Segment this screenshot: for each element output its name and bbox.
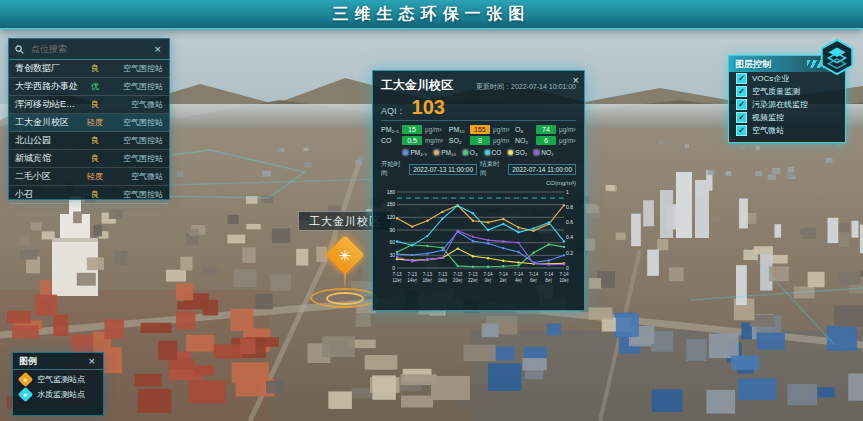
svg-text:18时: 18时 xyxy=(438,278,448,283)
svg-text:120: 120 xyxy=(387,214,396,220)
chart-legend-item[interactable]: NO₂ xyxy=(534,149,553,156)
station-row[interactable]: 小召良空气国控站 xyxy=(9,186,169,204)
layer-item-list: ✓VOCs企业✓空气质量监测✓污染源在线监控✓视频监控✓空气微站 xyxy=(729,72,845,137)
station-row[interactable]: 新城宾馆良空气国控站 xyxy=(9,150,169,168)
checkbox-icon[interactable]: ✓ xyxy=(736,86,747,97)
station-row[interactable]: 二毛小区轻度空气微站 xyxy=(9,168,169,186)
station-name: 北山公园 xyxy=(15,134,79,147)
chart-legend-label: NO₂ xyxy=(541,149,553,156)
station-search-input[interactable] xyxy=(29,43,148,55)
pollutant-item: SO₂8μg/m³ xyxy=(449,136,511,145)
svg-text:7-13: 7-13 xyxy=(453,272,463,277)
chart-legend-item[interactable]: O₃ xyxy=(463,149,478,156)
station-type: 空气国控站 xyxy=(111,189,163,200)
station-type: 空气微站 xyxy=(111,171,163,182)
legend-title: 图例 xyxy=(19,355,37,368)
search-icon xyxy=(15,45,24,54)
station-aqi-level: 优 xyxy=(83,81,107,92)
station-list-panel: × 青创数据厂良空气国控站大学西路办事处优空气国控站浑河移动站EY011良空气微… xyxy=(8,38,170,200)
svg-text:0.2: 0.2 xyxy=(566,250,573,256)
layer-item[interactable]: ✓空气微站 xyxy=(729,124,845,137)
pollutant-item: CO0.5mg/m³ xyxy=(381,136,445,145)
svg-text:7-13: 7-13 xyxy=(408,272,418,277)
layer-item[interactable]: ✓空气质量监测 xyxy=(729,85,845,98)
station-name: 青创数据厂 xyxy=(15,62,79,75)
station-detail-popup: × 工大金川校区 更新时间：2022-07-14 10:01:00 AQI： 1… xyxy=(372,70,585,311)
legend-color-dot xyxy=(434,150,439,155)
map-legend-panel: 图例 × ●空气监测站点●水质监测站点 xyxy=(12,352,104,416)
popup-close-icon[interactable]: × xyxy=(573,74,579,86)
svg-text:7-13: 7-13 xyxy=(423,272,433,277)
chart-legend-item[interactable]: PM₁₀ xyxy=(434,149,456,156)
layer-item[interactable]: ✓视频监控 xyxy=(729,111,845,124)
checkbox-icon[interactable]: ✓ xyxy=(736,112,747,123)
layer-item[interactable]: ✓污染源在线监控 xyxy=(729,98,845,111)
svg-text:6时: 6时 xyxy=(530,278,538,283)
diamond-inner-glyph: ● xyxy=(23,376,27,383)
svg-text:60: 60 xyxy=(389,239,395,245)
layers-hexagon-icon[interactable] xyxy=(818,38,856,76)
start-time-input[interactable]: 2022-07-13 11:00:00 xyxy=(409,164,477,175)
svg-text:10时: 10时 xyxy=(559,278,569,283)
end-time-input[interactable]: 2022-07-14 11:00:00 xyxy=(508,164,576,175)
station-type: 空气微站 xyxy=(111,99,163,110)
checkbox-icon[interactable]: ✓ xyxy=(736,125,747,136)
popup-title: 工大金川校区 xyxy=(381,77,453,94)
pollutant-unit: μg/m³ xyxy=(559,126,575,132)
station-name: 大学西路办事处 xyxy=(15,80,79,93)
legend-item-label: 水质监测站点 xyxy=(37,389,85,400)
pollutant-name: PM₁₀ xyxy=(449,126,467,133)
station-aqi-level: 良 xyxy=(83,153,107,164)
svg-text:7-13: 7-13 xyxy=(468,272,478,277)
pollutant-value: 155 xyxy=(470,125,490,134)
pollutant-item: PM₂.₅15μg/m³ xyxy=(381,125,445,134)
pollutant-unit: μg/m³ xyxy=(425,126,441,132)
pollutant-value: 74 xyxy=(536,125,556,134)
chart-legend-label: PM₂.₅ xyxy=(410,149,427,156)
legend-close-icon[interactable]: × xyxy=(87,356,97,367)
time-range-row: 开始时间 2022-07-13 11:00:00 结束时间 2022-07-14… xyxy=(381,160,576,178)
legend-item: ●空气监测站点 xyxy=(13,370,103,385)
chart-legend-item[interactable]: CO xyxy=(485,149,502,156)
pollutant-value: 6 xyxy=(536,136,556,145)
svg-text:0: 0 xyxy=(392,265,395,271)
station-row[interactable]: 工大金川校区轻度空气国控站 xyxy=(9,114,169,132)
svg-text:7-13: 7-13 xyxy=(438,272,448,277)
checkbox-icon[interactable]: ✓ xyxy=(736,99,747,110)
legend-item-label: 空气监测站点 xyxy=(37,374,85,385)
chart-legend-label: PM₁₀ xyxy=(441,149,456,156)
layer-panel-title: 图层控制 xyxy=(735,58,771,71)
marker-glow-ring-inner xyxy=(326,292,364,305)
station-type: 空气国控站 xyxy=(111,135,163,146)
station-type: 空气国控站 xyxy=(111,117,163,128)
station-row[interactable]: 青创数据厂良空气国控站 xyxy=(9,60,169,78)
svg-text:1: 1 xyxy=(566,189,569,195)
svg-text:7-14: 7-14 xyxy=(483,272,493,277)
chart-legend-item[interactable]: SO₂ xyxy=(508,149,527,156)
station-aqi-level: 轻度 xyxy=(83,117,107,128)
aqi-label: AQI： xyxy=(381,105,406,118)
close-icon[interactable]: × xyxy=(153,44,163,55)
chart-legend-item[interactable]: PM₂.₅ xyxy=(403,149,427,156)
station-name: 浑河移动站EY011 xyxy=(15,98,79,111)
svg-text:14时: 14时 xyxy=(407,278,417,283)
pollutant-name: PM₂.₅ xyxy=(381,126,399,133)
svg-text:4时: 4时 xyxy=(515,278,523,283)
page-title: 三维生态环保一张图 xyxy=(333,4,531,25)
svg-text:8时: 8时 xyxy=(545,278,553,283)
aqi-value: 103 xyxy=(412,97,445,117)
station-row[interactable]: 北山公园良空气国控站 xyxy=(9,132,169,150)
diamond-marker-icon: ● xyxy=(18,387,34,403)
pollutant-value: 15 xyxy=(402,125,422,134)
station-row[interactable]: 浑河移动站EY011良空气微站 xyxy=(9,96,169,114)
map-station-label-text: 工大金川校区 xyxy=(309,214,381,229)
pollutant-unit: μg/m³ xyxy=(493,126,509,132)
svg-text:7-14: 7-14 xyxy=(529,272,539,277)
pollutant-unit: μg/m³ xyxy=(559,137,575,143)
svg-text:2时: 2时 xyxy=(500,278,508,283)
station-row[interactable]: 大学西路办事处优空气国控站 xyxy=(9,78,169,96)
station-name: 二毛小区 xyxy=(15,170,79,183)
legend-color-dot xyxy=(485,150,490,155)
checkbox-icon[interactable]: ✓ xyxy=(736,73,747,84)
svg-text:0时: 0时 xyxy=(485,278,493,283)
